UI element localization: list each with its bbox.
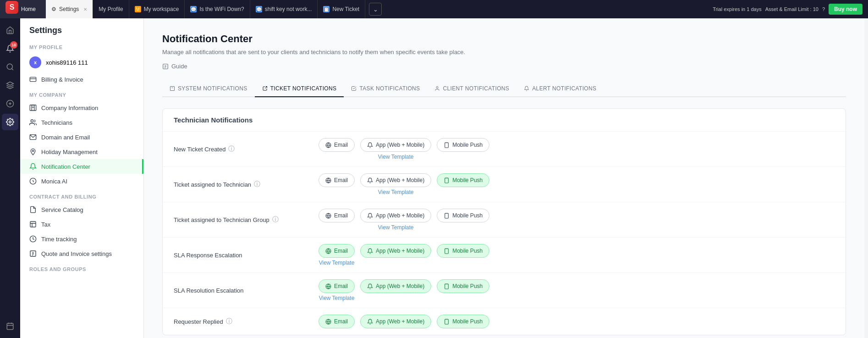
info-icon-requester-replied[interactable]: ⓘ — [226, 317, 232, 326]
mobile-btn-group-sla-res: Mobile Push — [437, 279, 489, 293]
mobile-btn-sla-res[interactable]: Mobile Push — [437, 279, 489, 293]
notif-row-requester-replied: Requester Replied ⓘ Email App (Web + Mob… — [163, 308, 846, 335]
sidebar-item-time-tracking[interactable]: Time tracking — [20, 232, 143, 246]
tab-system-notifications[interactable]: SYSTEM NOTIFICATIONS — [162, 81, 255, 97]
view-template-new-ticket[interactable]: View Template — [378, 154, 414, 160]
sidebar-item-notification-center[interactable]: Notification Center — [20, 159, 143, 174]
trial-text: Trial expires in 1 days — [713, 6, 762, 12]
svg-line-1 — [11, 68, 13, 70]
client-tab-icon — [434, 86, 440, 91]
tab-client-notifications[interactable]: CLIENT NOTIFICATIONS — [427, 81, 516, 97]
sidebar-billing-label: Billing & Invoice — [41, 76, 83, 83]
sidebar-item-monica-ai[interactable]: Monica AI — [20, 174, 143, 188]
notif-label-new-ticket: New Ticket Created ⓘ — [174, 145, 311, 153]
tab-wifi[interactable]: 💬 Is the WiFi Down? — [185, 0, 250, 18]
mobile-icon-grp — [444, 213, 450, 219]
email-btn-sla-r[interactable]: Email — [319, 244, 355, 258]
tab-newticket[interactable]: 📋 New Ticket — [318, 0, 365, 18]
tab-ticket-notifications[interactable]: TICKET NOTIFICATIONS — [255, 81, 344, 97]
icon-bar-search[interactable] — [2, 59, 18, 75]
app-btn-sla-res[interactable]: App (Web + Mobile) — [360, 279, 431, 293]
view-template-tech[interactable]: View Template — [378, 189, 414, 195]
invoice-icon — [29, 250, 37, 257]
clock-icon — [29, 235, 37, 243]
view-template-grp[interactable]: View Template — [378, 224, 414, 231]
email-btn-new-ticket[interactable]: Email — [319, 138, 355, 152]
sidebar-item-billing[interactable]: Billing & Invoice — [20, 72, 143, 87]
alert-tab-icon — [524, 86, 529, 91]
mobile-btn-tech[interactable]: Mobile Push — [437, 173, 489, 187]
view-template-sla-res[interactable]: View Template — [319, 295, 355, 301]
mobile-btn-rr[interactable]: Mobile Push — [437, 315, 489, 328]
scrollbar[interactable] — [864, 18, 868, 338]
icon-bar-layers[interactable] — [2, 77, 18, 94]
tab-settings[interactable]: ⚙ Settings ✕ — [46, 0, 93, 18]
sidebar-item-holiday[interactable]: Holiday Management — [20, 144, 143, 159]
tab-shift-label: shift key not work... — [265, 6, 312, 12]
tab-home[interactable]: S Home — [0, 0, 46, 18]
email-icon-sla-r — [325, 248, 331, 254]
icon-bar-settings[interactable] — [2, 114, 18, 130]
tax-icon — [29, 221, 37, 228]
help-icon[interactable]: ? — [822, 6, 825, 12]
tab-settings-label: Settings — [59, 6, 79, 12]
guide-link[interactable]: Guide — [162, 63, 846, 70]
icon-bar-home[interactable] — [2, 22, 18, 39]
app-btn-rr[interactable]: App (Web + Mobile) — [360, 315, 431, 328]
icon-bar-calendar[interactable] — [2, 318, 18, 334]
notif-label-requester-replied: Requester Replied ⓘ — [174, 317, 311, 326]
info-icon-ticket-assigned-group[interactable]: ⓘ — [272, 216, 279, 224]
email-btn-grp[interactable]: Email — [319, 209, 355, 222]
app-icon-sla-res — [367, 283, 373, 289]
view-template-sla-r[interactable]: View Template — [319, 260, 355, 266]
sidebar-section-my-company: MY COMPANY — [20, 87, 143, 100]
sidebar-item-company-info[interactable]: Company Information — [20, 100, 143, 115]
app-btn-grp[interactable]: App (Web + Mobile) — [360, 209, 431, 222]
sidebar-section-my-profile: MY PROFILE — [20, 39, 143, 53]
info-icon-new-ticket[interactable]: ⓘ — [228, 145, 235, 153]
info-icon-ticket-assigned-tech[interactable]: ⓘ — [254, 180, 260, 188]
mobile-btn-group-sla-r: Mobile Push — [437, 244, 489, 258]
main-layout: 18 Settings MY PROFILE x xohis89116 111 … — [0, 18, 868, 338]
page-description: Manage all notifications that are sent t… — [162, 49, 846, 55]
email-btn-sla-res[interactable]: Email — [319, 279, 355, 293]
email-btn-tech[interactable]: Email — [319, 173, 355, 187]
email-icon-rr — [325, 319, 331, 325]
sidebar-item-user[interactable]: x xohis89116 111 — [20, 53, 143, 72]
mobile-icon-rr — [444, 319, 450, 325]
icon-bar-add[interactable] — [2, 95, 18, 112]
tab-task-notifications[interactable]: TASK NOTIFICATIONS — [344, 81, 427, 97]
sidebar-company-label: Company Information — [41, 105, 98, 111]
sidebar-item-domain-email[interactable]: Domain and Email — [20, 130, 143, 144]
mobile-btn-icon — [444, 142, 450, 148]
app-btn-new-ticket[interactable]: App (Web + Mobile) — [360, 138, 431, 152]
email-btn-rr[interactable]: Email — [319, 315, 355, 328]
app-btn-sla-r[interactable]: App (Web + Mobile) — [360, 244, 431, 258]
sidebar-item-service-catalog[interactable]: Service Catalog — [20, 202, 143, 217]
sidebar-item-quote-invoice[interactable]: Quote and Invoice settings — [20, 246, 143, 261]
email-btn-group-grp: Email — [319, 209, 355, 222]
mobile-btn-grp[interactable]: Mobile Push — [437, 209, 489, 222]
app-icon-tech — [367, 177, 373, 183]
sidebar-item-technicians[interactable]: Technicians — [20, 115, 143, 130]
sidebar-item-tax[interactable]: Tax — [20, 217, 143, 232]
user-avatar: x — [29, 56, 41, 68]
more-tabs-btn[interactable]: ⌄ — [369, 3, 382, 16]
system-tab-icon — [170, 86, 175, 91]
mobile-btn-sla-r[interactable]: Mobile Push — [437, 244, 489, 258]
tab-shift[interactable]: 💬 shift key not work... — [250, 0, 318, 18]
svg-point-6 — [9, 121, 11, 123]
mobile-btn-new-ticket[interactable]: Mobile Push — [437, 138, 489, 152]
buy-now-button[interactable]: Buy now — [829, 4, 863, 15]
icon-bar-notifications[interactable]: 18 — [2, 40, 18, 57]
notif-row-sla-resolution: SLA Resolution Escalation Email View Tem… — [163, 273, 846, 308]
app-btn-group-new-ticket: App (Web + Mobile) View Template — [360, 138, 431, 160]
tab-myprofile[interactable]: My Profile — [93, 0, 129, 18]
billing-icon — [29, 76, 37, 83]
app-btn-tech[interactable]: App (Web + Mobile) — [360, 173, 431, 187]
tab-settings-close[interactable]: ✕ — [83, 7, 87, 12]
app-btn-group-sla-r: App (Web + Mobile) — [360, 244, 431, 258]
tab-alert-notifications[interactable]: ALERT NOTIFICATIONS — [516, 81, 604, 97]
tab-myworkspace[interactable]: M My workspace — [129, 0, 185, 18]
notif-actions-sla-resolution: Email View Template App (Web + Mobile) — [319, 279, 489, 301]
